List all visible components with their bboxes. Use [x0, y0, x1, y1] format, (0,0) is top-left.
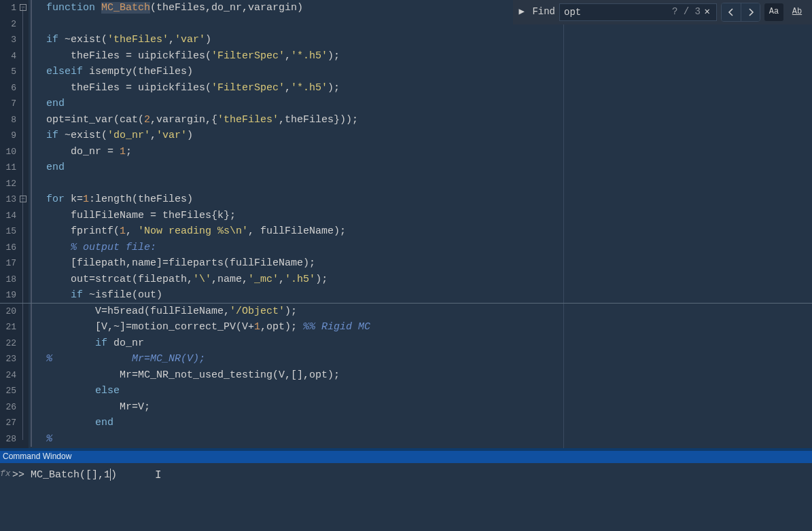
active-section-marker: [31, 80, 32, 96]
command-window-header[interactable]: Command Window: [0, 451, 812, 463]
code-line[interactable]: V=h5read(fullFileName,'/Object');: [38, 304, 812, 320]
line-number: 1: [0, 0, 16, 16]
active-section-marker: [31, 191, 32, 208]
code-line[interactable]: Mr=MC_NR_not_used_testing(V,[],opt);: [38, 367, 812, 384]
current-line-divider: [0, 303, 812, 304]
code-area[interactable]: function MC_Batch(theFiles,do_nr,varargi…: [38, 0, 812, 448]
line-number-gutter: 1234567891011121314151617181920212223242…: [0, 0, 19, 448]
code-line[interactable]: % output file:: [38, 240, 812, 256]
code-token: if: [46, 34, 65, 45]
code-token: '*.h5': [291, 50, 328, 62]
code-token: 'var': [175, 34, 205, 45]
find-bar: ▶ Find ? / 3 ✕ Aa Ab: [513, 0, 812, 24]
code-token: else: [95, 385, 120, 397]
code-line[interactable]: fullFileName = theFiles{k};: [38, 208, 812, 224]
line-number: 9: [0, 128, 16, 144]
active-section-marker: [31, 304, 32, 320]
code-token: '/Object': [230, 306, 285, 317]
code-line[interactable]: end: [38, 96, 812, 112]
code-line[interactable]: for k=1:length(theFiles): [38, 191, 812, 208]
code-token: '.h5': [285, 274, 315, 285]
command-prompt[interactable]: >> MC_Batch([],1): [12, 469, 117, 481]
code-token: [46, 337, 95, 349]
code-line[interactable]: do_nr = 1;: [38, 144, 812, 160]
code-token: out=strcat(filepath,: [46, 274, 193, 285]
fx-icon[interactable]: fx: [0, 469, 10, 479]
command-window-body[interactable]: fx >> MC_Batch([],1) I: [0, 463, 812, 531]
code-line[interactable]: out=strcat(filepath,'\',name,'_mc','.h5'…: [38, 272, 812, 288]
match-case-toggle[interactable]: Aa: [764, 3, 783, 21]
fold-toggle[interactable]: −: [20, 196, 27, 202]
line-number: 8: [0, 112, 16, 128]
code-token: ~exist(: [65, 34, 107, 45]
fold-toggle[interactable]: −: [20, 4, 27, 11]
code-token: ,: [169, 34, 175, 45]
line-number: 13: [0, 191, 16, 208]
code-token: '*.h5': [291, 82, 328, 94]
find-prev-button[interactable]: [722, 3, 741, 21]
code-line[interactable]: opt=int_var(cat(2,varargin,{'theFiles',t…: [38, 112, 812, 128]
code-line[interactable]: if do_nr: [38, 335, 812, 352]
code-line[interactable]: [38, 176, 812, 192]
code-line[interactable]: [filepath,name]=fileparts(fullFileName);: [38, 255, 812, 272]
code-line[interactable]: else: [38, 383, 812, 399]
whole-word-toggle[interactable]: Ab: [788, 3, 807, 21]
code-token: [46, 242, 71, 253]
code-token: fullFileName = theFiles{k};: [46, 210, 236, 221]
code-line[interactable]: elseif isempty(theFiles): [38, 64, 812, 80]
code-line[interactable]: if ~exist('theFiles','var'): [38, 32, 812, 48]
code-token: % output file:: [71, 242, 156, 253]
line-number: 18: [0, 272, 16, 288]
active-section-marker: [31, 48, 32, 65]
find-next-button[interactable]: [741, 3, 760, 21]
active-section-marker: [31, 415, 32, 431]
code-token: theFiles = uipickfiles(: [46, 82, 211, 94]
code-token: %% Rigid MC: [303, 321, 370, 333]
line-number: 10: [0, 144, 16, 160]
code-line[interactable]: Mr=V;: [38, 399, 812, 416]
code-token: 'Now reading %s\n': [138, 225, 248, 237]
code-token: ,: [150, 130, 156, 141]
code-token: 'do_nr': [107, 130, 150, 141]
active-section-marker: [31, 287, 32, 304]
code-token: 1: [120, 225, 126, 237]
code-line[interactable]: end: [38, 160, 812, 176]
active-section-marker: [31, 96, 32, 112]
code-token: (theFiles,do_nr,varargin): [150, 2, 303, 14]
active-section-marker: [31, 367, 32, 384]
editor-pane: 1234567891011121314151617181920212223242…: [0, 0, 812, 449]
code-line[interactable]: theFiles = uipickfiles('FilterSpec','*.h…: [38, 48, 812, 65]
code-line[interactable]: theFiles = uipickfiles('FilterSpec','*.h…: [38, 80, 812, 96]
line-number: 21: [0, 319, 16, 335]
code-token: [V,~]=motion_correct_PV(V+: [46, 321, 254, 333]
code-line[interactable]: fprintf(1, 'Now reading %s\n', fullFileN…: [38, 223, 812, 240]
line-number: 26: [0, 399, 16, 416]
line-number: 27: [0, 415, 16, 431]
line-number: 14: [0, 208, 16, 224]
code-line[interactable]: if ~exist('do_nr','var'): [38, 128, 812, 144]
code-token: k=: [71, 194, 83, 205]
active-section-marker: [31, 32, 32, 48]
code-token: end: [46, 162, 65, 173]
line-number: 25: [0, 383, 16, 399]
code-token: ): [187, 130, 193, 141]
code-token: ,varargin,{: [150, 114, 217, 126]
code-line[interactable]: % Mr=MC_NR(V);: [38, 351, 812, 367]
code-token: 'FilterSpec': [211, 50, 285, 62]
code-token: Mr=MC_NR_not_used_testing(V,[],opt);: [46, 369, 340, 381]
code-token: %: [46, 433, 52, 445]
code-line[interactable]: %: [38, 431, 812, 447]
code-line[interactable]: if ~isfile(out): [38, 287, 812, 304]
fold-column: −−: [19, 0, 29, 448]
find-expand-icon[interactable]: ▶: [518, 7, 528, 17]
code-token: ): [205, 34, 211, 45]
line-number: 19: [0, 287, 16, 304]
code-token: do_nr: [113, 337, 144, 349]
code-line[interactable]: end: [38, 415, 812, 431]
code-token: :length(theFiles): [89, 194, 193, 205]
find-clear-button[interactable]: ✕: [702, 4, 713, 20]
code-token: ~isfile(out): [89, 289, 162, 301]
code-line[interactable]: [V,~]=motion_correct_PV(V+1,opt); %% Rig…: [38, 319, 812, 335]
code-token: end: [95, 417, 113, 428]
line-number: 6: [0, 80, 16, 96]
